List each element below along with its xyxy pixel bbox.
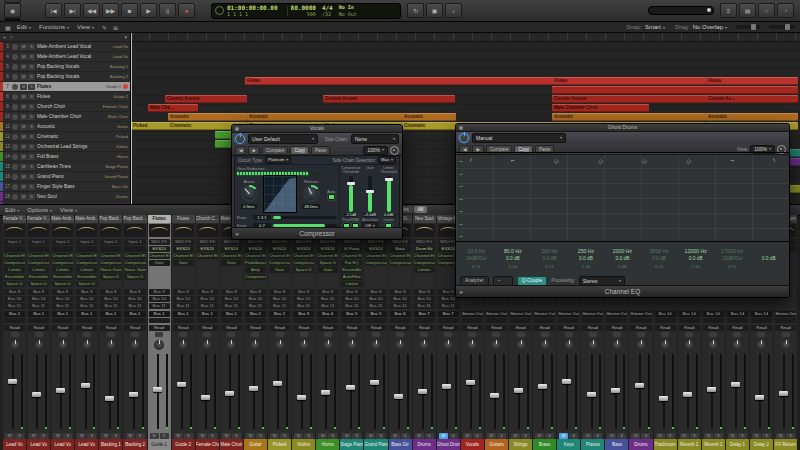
edit-menu[interactable]: Edit▾ (17, 24, 31, 30)
group-slot[interactable] (582, 318, 603, 323)
fx-slot[interactable]: Ensemble (76, 274, 97, 280)
mute-button[interactable]: M (270, 433, 279, 439)
volume-fader[interactable] (29, 352, 48, 431)
volume-fader[interactable] (752, 352, 771, 431)
mute-button[interactable]: M (246, 433, 255, 439)
input-slot[interactable]: MIDI FX (149, 239, 170, 245)
midi-region[interactable]: Picked (131, 122, 169, 130)
volume-fader[interactable] (125, 352, 144, 431)
strip-label[interactable]: Backing 1 (99, 439, 122, 450)
midi-region[interactable]: Flutes (552, 77, 706, 85)
volume-fader[interactable] (270, 352, 289, 431)
fx-slot[interactable]: Compressor (293, 260, 314, 266)
mute-button[interactable]: M (342, 433, 351, 439)
strip-label[interactable]: Violins (292, 439, 315, 450)
fx-slot[interactable]: Noise Gate (124, 267, 145, 273)
input-slot[interactable]: Input 1 (76, 239, 97, 245)
pan-knob[interactable] (443, 340, 453, 350)
output-slot[interactable]: Bus 14 (655, 311, 676, 317)
send-slot[interactable]: Bus 10 (197, 296, 218, 302)
prev-preset-button[interactable]: ◀ (235, 146, 246, 155)
fx-slot[interactable]: Space D (52, 281, 73, 287)
strip-label[interactable]: Backing 2 (123, 439, 146, 450)
group-slot[interactable] (630, 318, 651, 323)
solo-button[interactable]: S (714, 433, 723, 439)
pan-knob[interactable] (58, 340, 68, 350)
fx-slot[interactable]: Compressor (269, 260, 290, 266)
power-icon[interactable] (459, 133, 469, 143)
mute-button[interactable]: M (101, 433, 110, 439)
output-slot[interactable]: Bus 2 (245, 311, 266, 317)
pan-knob[interactable] (10, 340, 20, 350)
mixer-strip[interactable]: Male Amb…Input 1Channel EQCompressorLimi… (51, 215, 74, 450)
track-solo-button[interactable]: S (28, 124, 35, 130)
strip-label[interactable]: Brass (533, 439, 556, 450)
volume-fader[interactable] (680, 352, 699, 431)
fx-slot[interactable]: Gain (221, 260, 242, 266)
strip-label[interactable]: Delay 2 (750, 439, 773, 450)
paste-button[interactable]: Paste (311, 146, 331, 155)
mute-button[interactable]: M (391, 433, 400, 439)
strip-label[interactable]: Horns (316, 439, 339, 450)
send-slot[interactable]: Bus 11 (4, 303, 25, 309)
bell-band-icon[interactable]: ◇ (686, 157, 691, 164)
output-slot[interactable]: Stereo Out (558, 311, 579, 317)
functions-menu[interactable]: Functions▾ (39, 24, 69, 30)
track-mute-button[interactable]: M (20, 114, 27, 120)
midi-region[interactable]: Acoustic (168, 113, 247, 121)
low-shelf-band-icon[interactable]: ⌐ (511, 157, 515, 164)
fx-slot[interactable]: Compressor (365, 260, 386, 266)
group-slot[interactable] (486, 318, 507, 323)
strip-label[interactable]: Guitars (485, 439, 508, 450)
send-slot[interactable]: Bus 9 (4, 289, 25, 295)
forward-icon[interactable]: ▶▶ (102, 3, 119, 18)
output-slot[interactable]: Stereo Out (630, 311, 651, 317)
send-slot[interactable]: Bus 10 (365, 296, 386, 302)
fx-slot[interactable]: Ensemble (4, 274, 25, 280)
eq-thumbnail[interactable] (414, 224, 435, 237)
mute-button[interactable]: M (29, 433, 38, 439)
fx-slot[interactable]: Amp (245, 267, 266, 273)
send-slot[interactable]: Bus 9 (100, 289, 121, 295)
send-slot[interactable]: Bus 11 (341, 303, 362, 309)
mute-button[interactable]: M (222, 433, 231, 439)
send-slot[interactable]: Bus 10 (293, 296, 314, 302)
solo-button[interactable]: S (641, 433, 650, 439)
group-slot[interactable] (510, 318, 531, 323)
group-slot[interactable] (365, 318, 386, 323)
midi-region[interactable]: Cosmic Ascent (323, 95, 455, 103)
fx-slot[interactable]: Channel EQ (52, 253, 73, 259)
go-to-beginning-icon[interactable]: |◀ (45, 3, 62, 18)
volume-fader[interactable] (174, 352, 193, 431)
fx-slot[interactable]: Compressor (28, 260, 49, 266)
mixer-strip[interactable]: FlutesMIDI FXEXS24Channel EQGainBus 9Bus… (148, 215, 171, 450)
strip-label[interactable]: Guitar (244, 439, 267, 450)
mute-button[interactable]: M (583, 433, 592, 439)
mute-button[interactable]: M (294, 433, 303, 439)
send-slot[interactable]: Bus 10 (149, 296, 170, 302)
mixer-options-menu[interactable]: Options▾ (27, 207, 52, 213)
pan-knob[interactable] (250, 340, 260, 350)
output-slot[interactable]: Bus 2 (269, 311, 290, 317)
send-slot[interactable]: Bus 9 (390, 289, 411, 295)
input-slot[interactable]: Input 1 (52, 239, 73, 245)
output-slot[interactable]: Stereo Out (486, 311, 507, 317)
strip-label[interactable]: Reverb 2 (702, 439, 725, 450)
solo-button[interactable]: S (63, 433, 72, 439)
pan-knob[interactable] (540, 340, 550, 350)
mute-button[interactable]: M (752, 433, 761, 439)
group-slot[interactable] (28, 318, 49, 323)
mute-button[interactable]: M (656, 433, 665, 439)
solo-button[interactable]: S (111, 433, 120, 439)
input-slot[interactable]: Input 1 (4, 239, 25, 245)
pan-knob[interactable] (106, 340, 116, 350)
fx-slot[interactable]: Channel EQ (197, 253, 218, 259)
output-slot[interactable]: Stereo Out (606, 311, 627, 317)
fx-slot[interactable]: Space D (76, 281, 97, 287)
group-slot[interactable] (124, 318, 145, 323)
pan-knob[interactable] (781, 340, 791, 350)
output-slot[interactable]: Stereo Out (775, 311, 796, 317)
track-solo-button[interactable]: S (28, 74, 35, 80)
mute-button[interactable]: M (463, 433, 472, 439)
pan-knob[interactable] (516, 340, 526, 350)
